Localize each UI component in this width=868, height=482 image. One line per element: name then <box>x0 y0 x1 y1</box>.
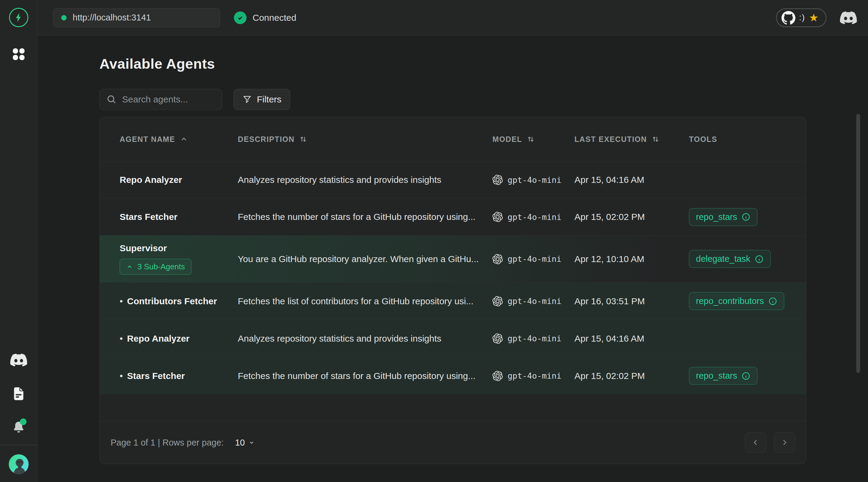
agent-last-execution: Apr 15, 04:16 AM <box>565 333 680 344</box>
search-agents-box <box>99 89 222 110</box>
tool-badge[interactable]: repo_stars <box>689 208 757 226</box>
agent-tools: repo_contributors <box>680 292 795 310</box>
notification-dot <box>20 418 27 425</box>
star-icon: ★ <box>809 12 818 23</box>
table-scrollbar[interactable] <box>856 114 860 373</box>
connected-check-icon <box>234 11 247 24</box>
agent-last-execution: Apr 15, 02:02 PM <box>565 212 680 222</box>
agent-name: Repo Analyzer <box>111 175 229 185</box>
agent-last-execution: Apr 16, 03:51 PM <box>565 296 680 307</box>
agent-name: Stars Fetcher <box>111 212 229 222</box>
table-row-sub-agent[interactable]: •Contributors Fetcher Fetches the list o… <box>100 282 806 320</box>
agent-tools: delegate_task <box>680 250 795 268</box>
agent-name: •Stars Fetcher <box>111 371 229 381</box>
agent-description: Analyzes repository statistics and provi… <box>229 175 484 185</box>
agent-description: Analyzes repository statistics and provi… <box>229 333 484 344</box>
app-window: http://localhost:3141 Connected :) ★ Ava… <box>0 0 868 482</box>
rows-per-page-value: 10 <box>235 438 245 448</box>
agent-last-execution: Apr 15, 04:16 AM <box>565 175 680 185</box>
chevron-left-icon <box>751 438 760 447</box>
tool-badge[interactable]: repo_stars <box>689 367 757 385</box>
sort-asc-icon <box>179 135 188 144</box>
previous-page-button[interactable] <box>745 432 766 453</box>
column-header-description[interactable]: DESCRIPTION <box>229 135 484 144</box>
filters-button[interactable]: Filters <box>234 89 290 110</box>
sidebar-discord-icon[interactable] <box>10 352 27 368</box>
sort-icon <box>651 135 660 144</box>
column-header-agent-name[interactable]: AGENT NAME <box>111 135 229 144</box>
server-url-text: http://localhost:3141 <box>73 13 151 23</box>
sub-agent-bullet: • <box>120 296 123 306</box>
table-row-supervisor[interactable]: Supervisor 3 Sub-Agents You are a GitHub… <box>100 235 806 282</box>
agent-description: Fetches the number of stars for a GitHub… <box>229 371 484 381</box>
agent-model: gpt-4o-mini <box>484 175 565 185</box>
sort-icon <box>526 135 535 144</box>
filter-funnel-icon <box>242 95 252 104</box>
agent-name-cell: Supervisor 3 Sub-Agents <box>111 243 229 275</box>
info-icon[interactable] <box>768 297 777 306</box>
table-filler <box>100 394 806 421</box>
search-icon <box>106 94 117 104</box>
info-icon[interactable] <box>741 372 750 381</box>
sub-agent-bullet: • <box>120 371 123 381</box>
server-online-dot <box>61 15 67 21</box>
agent-model: gpt-4o-mini <box>484 371 565 381</box>
notifications-bell-icon[interactable] <box>10 419 27 436</box>
table-row-sub-agent[interactable]: •Stars Fetcher Fetches the number of sta… <box>100 357 806 394</box>
table-row[interactable]: Repo Analyzer Analyzes repository statis… <box>100 161 806 198</box>
column-header-model[interactable]: MODEL <box>484 135 565 144</box>
openai-icon <box>493 254 503 264</box>
rows-per-page-select[interactable]: 10 <box>230 436 259 449</box>
agent-name: Supervisor <box>120 243 167 253</box>
table-footer: Page 1 of 1 | Rows per page: 10 <box>100 421 806 464</box>
agent-tools: repo_stars <box>680 367 795 385</box>
table-controls: Filters <box>99 89 290 110</box>
info-icon[interactable] <box>755 255 764 264</box>
openai-icon <box>493 371 503 381</box>
filters-label: Filters <box>257 94 281 104</box>
openai-icon <box>493 296 503 307</box>
agent-description: You are a GitHub repository analyzer. Wh… <box>229 254 484 264</box>
table-row-sub-agent[interactable]: •Repo Analyzer Analyzes repository stati… <box>100 320 806 357</box>
pagination-summary: Page 1 of 1 | Rows per page: <box>111 438 224 448</box>
search-input[interactable] <box>122 94 215 104</box>
column-header-tools: TOOLS <box>680 135 795 144</box>
app-logo-lightning-icon[interactable] <box>9 8 28 27</box>
column-header-last-execution[interactable]: LAST EXECUTION <box>565 135 680 144</box>
agent-last-execution: Apr 15, 02:02 PM <box>565 371 680 381</box>
collapse-chevron-up-icon <box>126 263 133 270</box>
info-icon[interactable] <box>741 213 750 221</box>
openai-icon <box>493 212 503 222</box>
docs-icon[interactable] <box>10 385 27 402</box>
chevron-down-icon <box>248 439 255 446</box>
agent-tools: repo_stars <box>680 208 795 226</box>
dashboard-grid-icon[interactable] <box>10 46 27 63</box>
agent-name: •Contributors Fetcher <box>111 296 229 307</box>
sort-icon <box>299 135 308 144</box>
openai-icon <box>493 333 503 344</box>
server-url-input[interactable]: http://localhost:3141 <box>53 8 220 27</box>
table-row[interactable]: Stars Fetcher Fetches the number of star… <box>100 198 806 235</box>
agent-description: Fetches the list of contributors for a G… <box>229 296 484 307</box>
agent-model: gpt-4o-mini <box>484 296 565 307</box>
github-icon <box>781 11 795 25</box>
tool-badge[interactable]: delegate_task <box>689 250 771 268</box>
sub-agents-toggle[interactable]: 3 Sub-Agents <box>120 259 191 275</box>
pagination-info: Page 1 of 1 | Rows per page: 10 <box>111 436 259 449</box>
sidebar <box>0 0 38 482</box>
github-star-button[interactable]: :) ★ <box>776 8 827 27</box>
agents-table: AGENT NAME DESCRIPTION MODEL LAST EXECUT… <box>99 117 806 464</box>
topbar-discord-icon[interactable] <box>840 9 857 27</box>
tool-badge[interactable]: repo_contributors <box>689 292 784 310</box>
chevron-right-icon <box>780 438 789 447</box>
user-avatar[interactable] <box>9 454 29 474</box>
agent-model: gpt-4o-mini <box>484 212 565 222</box>
pagination-buttons <box>745 432 795 453</box>
agent-name: •Repo Analyzer <box>111 333 229 344</box>
connection-status-label: Connected <box>253 13 296 23</box>
topbar: http://localhost:3141 Connected :) ★ <box>38 0 868 36</box>
sub-agents-count-label: 3 Sub-Agents <box>137 262 185 271</box>
next-page-button[interactable] <box>774 432 795 453</box>
table-header-row: AGENT NAME DESCRIPTION MODEL LAST EXECUT… <box>100 117 806 161</box>
page-title: Available Agents <box>99 56 215 72</box>
